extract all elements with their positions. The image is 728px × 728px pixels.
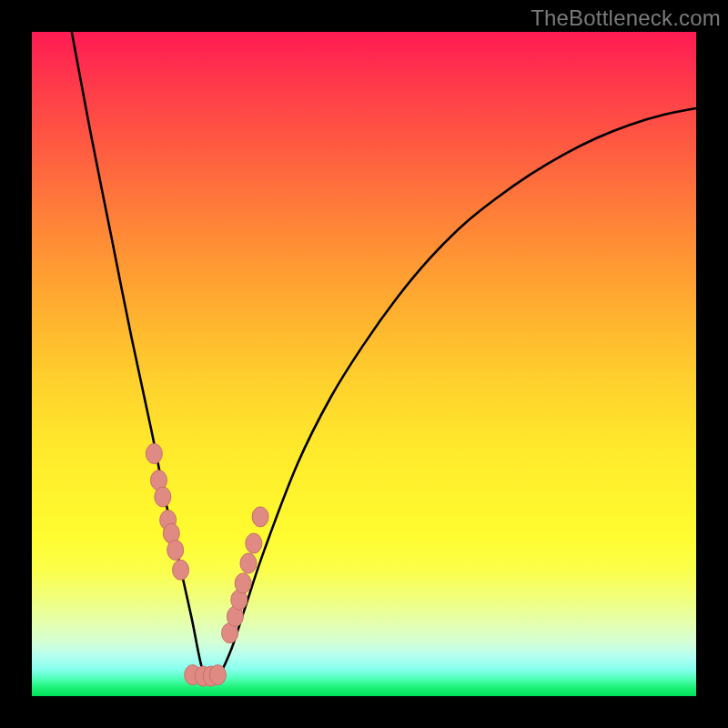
bottleneck-curve xyxy=(72,32,696,682)
marker-dot xyxy=(167,540,184,560)
marker-dot xyxy=(173,560,189,580)
plot-area xyxy=(32,32,696,696)
marker-dot xyxy=(235,573,251,593)
marker-dot xyxy=(146,444,162,464)
marker-dot xyxy=(252,507,268,527)
marker-dot xyxy=(209,665,226,685)
marker-dot xyxy=(246,533,262,553)
marker-dot xyxy=(240,553,257,573)
curve-svg xyxy=(32,32,696,696)
marker-group xyxy=(146,444,268,687)
marker-dot xyxy=(155,487,171,507)
watermark-text: TheBottleneck.com xyxy=(531,5,721,31)
chart-frame: TheBottleneck.com xyxy=(0,0,728,728)
